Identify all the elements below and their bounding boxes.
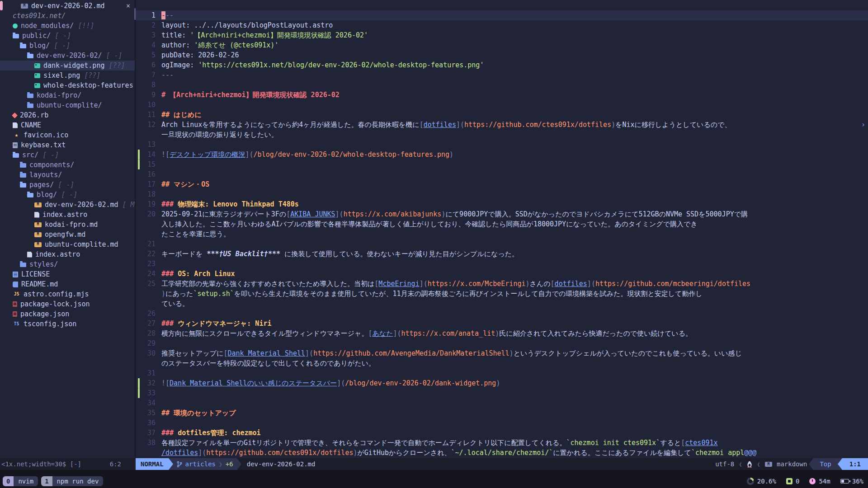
sidebar-scrollbar-thumb[interactable] [0, 1, 3, 10]
tree-item-public[interactable]: public/[ -] [0, 31, 135, 41]
editor-line[interactable]: 10 [136, 100, 868, 110]
line-text: ogImage: 'https://ctes091x.net/blog/dev-… [156, 60, 868, 70]
folder-icon [27, 94, 33, 98]
tmux-window-1[interactable]: 1npm run dev [41, 476, 103, 486]
editor-line[interactable]: 3title: '【Arch+niri+chezmoi】開発環境現状確認 202… [136, 30, 868, 40]
editor-line[interactable]: 一旦現状の環境の振り返りをしたい。 [136, 130, 868, 140]
editor-line[interactable]: ている。 [136, 299, 868, 309]
editor-line[interactable]: 37### dotfiles管理: chezmoi [136, 428, 868, 438]
editor-line[interactable]: 1--- [136, 10, 868, 20]
tree-item-styles[interactable]: styles/ [0, 259, 135, 269]
tree-item-components[interactable]: components/ [0, 160, 135, 170]
tree-item-dev-env-2026-02.md[interactable]: Mdev-env-2026-02.md[ M [0, 200, 135, 210]
tree-item-tsconfig.json[interactable]: TStsconfig.json [0, 319, 135, 329]
tree-item-whole-desktop-features[interactable]: whole-desktop-features [0, 80, 135, 90]
line-text: ## 環境のセットアップ [156, 408, 868, 418]
tree-item-label: opengfw.md [45, 230, 85, 239]
editor-line[interactable]: 16 [136, 169, 868, 179]
line-number [136, 229, 156, 239]
editor-line[interactable]: 36 [136, 418, 868, 428]
tree-item-blog[interactable]: blog/[ -] [0, 41, 135, 51]
line-number: 6 [136, 60, 156, 70]
line-text: )にあった`setup.sh`を叩いたら生えた環境をそのまま使用していたが、11… [156, 289, 868, 299]
line-text: ## はじめに [156, 110, 868, 120]
tree-item-package-lock.json[interactable]: package-lock.json [0, 299, 135, 309]
tree-item-package.json[interactable]: package.json [0, 309, 135, 319]
editor-line[interactable]: 4author: '綿糸てせ (@ctes091x)' [136, 40, 868, 50]
editor-line[interactable]: 28横方向に無限にスクロールできるタイル型ウィンドウマネージャ。[あなた](ht… [136, 328, 868, 338]
line-text: layout: ../../layouts/blogPostLayout.ast… [156, 20, 868, 30]
explorer-buffer-tab[interactable]: M dev-env-2026-02.md × [0, 1, 135, 11]
editor[interactable]: 1---2layout: ../../layouts/blogPostLayou… [136, 0, 868, 458]
editor-line[interactable]: 19### 物理端末: Lenovo Thinkpad T480s [136, 199, 868, 209]
editor-line[interactable]: 15 [136, 160, 868, 169]
line-text: 横方向に無限にスクロールできるタイル型ウィンドウマネージャ。[あなた](http… [156, 328, 868, 338]
tree-item-sixel.png[interactable]: sixel.png[??] [0, 70, 135, 80]
tree-item-blog[interactable]: blog/[ -] [0, 190, 135, 200]
tree-item-dank-widget.png[interactable]: dank-widget.png[??] [0, 61, 135, 70]
tree-item-LICENSE[interactable]: LICENSE [0, 269, 135, 279]
editor-line[interactable]: 11## はじめに [136, 110, 868, 120]
editor-line[interactable]: 12Arch Linuxを常用するようになってから約4ヶ月が経過した。春の長期休… [136, 120, 868, 130]
editor-line[interactable]: 30推奨セットアップに[Dank Material Shell](https:/… [136, 348, 868, 358]
tree-item-astro.config.mjs[interactable]: JSastro.config.mjs [0, 289, 135, 299]
editor-line[interactable]: 32![Dank Material Shellのいい感じのステータスバー](/b… [136, 378, 868, 388]
tree-item-2026.rb[interactable]: 2026.rb [0, 110, 135, 120]
editor-line[interactable]: 7--- [136, 70, 868, 80]
tree-item-opengfw.md[interactable]: Mopengfw.md [0, 230, 135, 239]
editor-line[interactable]: 24### OS: Arch Linux [136, 269, 868, 279]
tree-item-label: blog/ [29, 41, 50, 51]
line-text: ### dotfiles管理: chezmoi [156, 428, 868, 438]
editor-line[interactable]: 22キーボードを ***†US Backlit†*** に換装して使用している。… [136, 249, 868, 259]
tree-item-index.astro[interactable]: index.astro [0, 249, 135, 259]
editor-line[interactable]: 25工学研究部の先輩から強くおすすめされていたため導入した。当初は[McbeEr… [136, 279, 868, 289]
editor-line[interactable]: のステータスバーを特段の設定なしで出してくれるのでありがたい。 [136, 358, 868, 368]
editor-line[interactable]: 9# 【Arch+niri+chezmoi】開発環境現状確認 2026-02 [136, 90, 868, 100]
tmux-module-mem: 0 [786, 478, 799, 485]
editor-line[interactable]: 2layout: ../../layouts/blogPostLayout.as… [136, 20, 868, 30]
tree-item-ubuntu-complite[interactable]: ubuntu-complite/ [0, 100, 135, 110]
editor-line[interactable]: /dotfiles](https://github.com/ctes091x/d… [136, 448, 868, 458]
editor-line[interactable]: 13 [136, 140, 868, 150]
folder-icon [20, 173, 26, 178]
editor-line[interactable]: 29 [136, 338, 868, 348]
editor-line[interactable]: 31 [136, 368, 868, 378]
tree-item-favicon.ico[interactable]: ★favicon.ico [0, 130, 135, 140]
editor-line[interactable]: 33 [136, 388, 868, 398]
editor-line[interactable]: 21 [136, 239, 868, 249]
tree-item-pages[interactable]: pages/[ -] [0, 180, 135, 190]
editor-line[interactable]: 202025-09-21に東京ラジオデパート3Fの[AKIBA JUNKS](h… [136, 209, 868, 219]
editor-line[interactable]: 入し挿入した。ここ数ヶ月いわゆるAIバブルの影響で各種半導体製品が著しく値上がり… [136, 219, 868, 229]
editor-line[interactable]: 5pubDate: 2026-02-26 [136, 50, 868, 60]
editor-line[interactable]: 27### ウィンドウマネージャ: Niri [136, 319, 868, 328]
editor-line[interactable]: 8 [136, 80, 868, 90]
line-number [136, 299, 156, 309]
tree-item-CNAME[interactable]: CNAME [0, 120, 135, 130]
tree-item-ubuntu-complite.md[interactable]: Mubuntu-complite.md [0, 239, 135, 249]
editor-line[interactable]: 26 [136, 309, 868, 319]
tree-root[interactable]: ctes091x.net/ [0, 11, 135, 21]
editor-line[interactable]: )にあった`setup.sh`を叩いたら生えた環境をそのまま使用していたが、11… [136, 289, 868, 299]
tree-item-layouts[interactable]: layouts/ [0, 170, 135, 180]
tree-item-src[interactable]: src/[ -] [0, 150, 135, 160]
tree-item-index.astro[interactable]: index.astro [0, 210, 135, 220]
close-icon[interactable]: × [123, 1, 130, 11]
editor-line[interactable]: 6ogImage: 'https://ctes091x.net/blog/dev… [136, 60, 868, 70]
editor-line[interactable]: 35## 環境のセットアップ [136, 408, 868, 418]
tree-item-nodemodules[interactable]: node_modules/[!!] [0, 21, 135, 31]
tree-item-kodai-fpro.md[interactable]: Mkodai-fpro.md [0, 220, 135, 230]
editor-line[interactable]: たことを幸運に思う。 [136, 229, 868, 239]
tree-item-label: CNAME [21, 120, 41, 130]
editor-line[interactable]: 34 [136, 398, 868, 408]
tree-item-kodai-fpro[interactable]: kodai-fpro/ [0, 90, 135, 100]
editor-line[interactable]: 23 [136, 259, 868, 269]
editor-line[interactable]: 17## マシン・OS [136, 179, 868, 189]
tree-item-keybase.txt[interactable]: keybase.txt [0, 140, 135, 150]
tmux-window-0[interactable]: 0nvim [3, 476, 38, 486]
editor-line[interactable]: 38各種設定ファイルを単一のGitリポジトリで管理でき、それらをコマンド一発で自… [136, 438, 868, 448]
tree-item-dev-env-2026-02[interactable]: dev-env-2026-02/[ -] [0, 51, 135, 61]
tmux-windows: 0nvim1npm run dev [3, 476, 106, 486]
editor-line[interactable]: 14![デスクトップ環境の概況](/blog/dev-env-2026-02/w… [136, 150, 868, 160]
tree-item-README.md[interactable]: README.md [0, 279, 135, 289]
editor-line[interactable]: 18 [136, 189, 868, 199]
